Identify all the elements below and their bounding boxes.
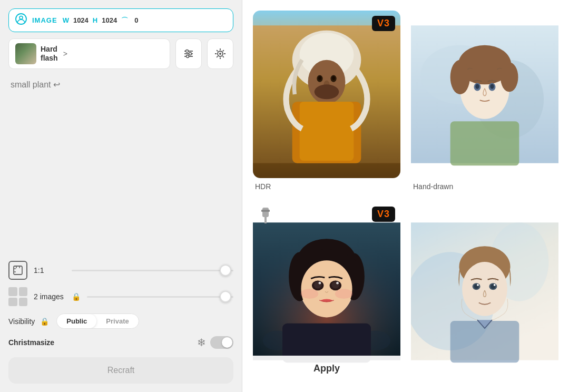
hdr-thumbnail: V3	[253, 11, 400, 178]
svg-point-28	[450, 60, 470, 94]
image-header: IMAGE W 1024 H 1024 ⌒ 0	[8, 8, 233, 32]
hdr-card[interactable]: V3 HDR	[253, 11, 400, 191]
apply-text: Apply	[313, 363, 340, 374]
sliders-button[interactable]	[175, 38, 202, 69]
svg-rect-22	[300, 102, 354, 161]
svg-rect-55	[261, 210, 270, 212]
animated-card[interactable]: V3 Apply	[253, 201, 400, 381]
svg-point-5	[186, 50, 189, 53]
svg-point-20	[315, 84, 339, 99]
image-label: IMAGE	[32, 16, 57, 24]
visibility-toggle[interactable]: Public Private	[56, 313, 139, 329]
style-thumbnail	[15, 43, 36, 64]
hdr-caption: HDR	[253, 182, 400, 191]
private-button[interactable]: Private	[96, 314, 138, 328]
visibility-label: Visibility	[8, 317, 35, 326]
svg-point-43	[301, 260, 352, 317]
aspect-ratio-label: 1:1	[34, 266, 65, 275]
svg-point-50	[301, 289, 319, 299]
christmas-toggle[interactable]	[210, 336, 233, 349]
aspect-ratio-icon	[8, 261, 27, 280]
svg-point-51	[335, 289, 353, 299]
christmas-label: Christmasize	[8, 338, 54, 347]
aspect-ratio-row: 1:1	[8, 261, 233, 280]
svg-point-65	[477, 284, 479, 286]
v3-badge-animated: V3	[372, 207, 395, 222]
svg-rect-10	[14, 266, 22, 275]
svg-point-49	[336, 282, 339, 285]
right-panel: V3 HDR	[242, 0, 569, 392]
svg-point-32	[475, 84, 479, 89]
style-name: Hard flash	[41, 45, 58, 63]
image-dimensions: W 1024 H 1024 ⌒ 0	[63, 16, 139, 25]
images-count-label: 2 images	[34, 292, 65, 301]
svg-point-1	[19, 16, 23, 19]
aspect-ratio-slider[interactable]	[72, 270, 233, 271]
christmas-toggle-container: ❄	[197, 336, 233, 349]
hand-drawn-card[interactable]: Hand-drawn	[411, 11, 558, 191]
sketch2-thumbnail	[411, 201, 558, 381]
public-button[interactable]: Public	[57, 314, 96, 328]
svg-point-29	[501, 62, 518, 92]
images-count-row: 2 images 🔒	[8, 287, 233, 306]
images-slider[interactable]	[87, 296, 233, 298]
image-icon	[15, 13, 27, 27]
svg-point-33	[490, 84, 494, 89]
svg-point-6	[189, 53, 192, 55]
controls-section: 1:1 2 images 🔒 Visibility 🔒 Pub	[8, 261, 233, 349]
prompt-input[interactable]	[8, 75, 233, 128]
images-grid-icon	[8, 287, 27, 306]
svg-point-66	[494, 284, 496, 286]
w-value: 1024	[73, 16, 89, 24]
svg-rect-54	[264, 217, 267, 223]
chevron-right-icon: >	[63, 50, 67, 58]
visibility-lock-icon: 🔒	[40, 317, 49, 326]
svg-point-18	[332, 76, 335, 80]
v3-badge-hdr: V3	[372, 16, 395, 31]
style-selector-button[interactable]: Hard flash >	[8, 38, 170, 69]
svg-point-48	[319, 282, 321, 285]
sketch2-card[interactable]	[411, 201, 558, 381]
hand-drawn-thumbnail	[411, 11, 558, 178]
animated-thumbnail: V3 Apply	[253, 201, 400, 381]
svg-point-7	[187, 55, 189, 58]
hand-drawn-caption: Hand-drawn	[411, 182, 558, 191]
images-lock-icon: 🔒	[72, 292, 81, 301]
svg-point-17	[318, 76, 321, 80]
apply-overlay[interactable]: Apply	[253, 356, 400, 381]
left-panel: IMAGE W 1024 H 1024 ⌒ 0 Hard flash >	[0, 0, 242, 392]
christmas-row: Christmasize ❄	[8, 336, 233, 349]
snowflake-icon: ❄	[197, 336, 206, 349]
w-label: W	[63, 16, 69, 24]
svg-rect-53	[262, 208, 269, 217]
corner-value: 0	[134, 16, 138, 24]
pin-icon	[258, 207, 273, 228]
svg-point-60	[462, 262, 507, 316]
svg-rect-34	[450, 121, 519, 165]
visibility-row: Visibility 🔒 Public Private	[8, 313, 233, 329]
h-value: 1024	[102, 16, 117, 24]
svg-point-9	[219, 53, 221, 55]
h-label: H	[93, 16, 97, 24]
recraft-button[interactable]: Recraft	[8, 357, 233, 384]
style-row: Hard flash >	[8, 38, 233, 69]
style-settings-button[interactable]	[207, 38, 233, 69]
